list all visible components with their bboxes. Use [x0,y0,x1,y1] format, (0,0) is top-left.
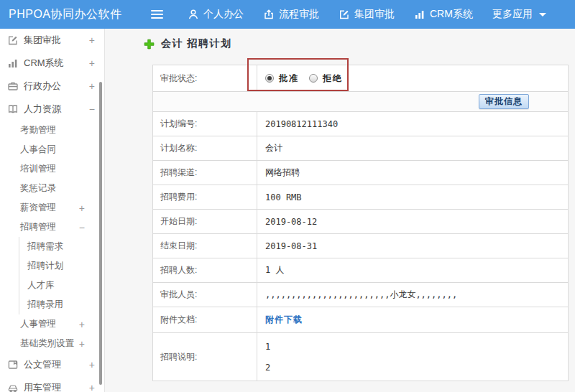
table-row-actions: 审批信息 [153,92,568,112]
expand-icon[interactable]: + [89,383,95,392]
table-row-start-date: 开始日期: 2019-08-12 [153,210,568,234]
sidebar: 集团审批 + CRM系统 + 行政办公 + 人力资源 − 考勤管理 人事合同 培… [0,29,105,392]
nav-label: CRM系统 [430,8,473,21]
app-logo[interactable]: PHPOA协同办公软件 [0,7,138,22]
table-row-cost: 招聘费用: 100 RMB [153,185,568,210]
topbar: PHPOA协同办公软件 个人办公 流程审批 集团审批 CRM系统 [0,0,575,29]
sidebar-item-rewards[interactable]: 奖惩记录 [0,179,104,198]
document-icon [7,359,19,370]
sidebar-item-hr-contract[interactable]: 人事合同 [0,140,104,159]
add-icon [144,39,155,50]
field-value: 1 人 [257,258,568,282]
radio-reject-label[interactable]: 拒绝 [323,73,343,85]
expand-icon[interactable]: + [79,319,85,330]
nav-label: 流程审批 [279,8,319,21]
expand-icon[interactable]: + [89,81,95,91]
car-icon [7,382,19,392]
expand-icon[interactable]: + [79,339,85,349]
attachment-download-link[interactable]: 附件下载 [265,314,303,326]
nav-crm-system[interactable]: CRM系统 [414,8,473,21]
field-label: 招聘人数: [153,258,257,282]
bar-chart-icon [7,57,19,69]
collapse-icon[interactable]: − [89,104,95,114]
sidebar-item-salary[interactable]: 薪资管理 + [0,198,104,218]
field-label: 计划编号: [153,112,257,136]
field-value: 网络招聘 [257,161,568,185]
caret-down-icon [539,13,546,17]
edit-icon [7,34,19,46]
briefcase-icon [7,80,19,92]
approval-info-button[interactable]: 审批信息 [479,94,529,109]
sidebar-item-recruit-hire[interactable]: 招聘录用 [19,295,104,314]
sidebar-item-recruit-demand[interactable]: 招聘需求 [19,237,104,256]
sidebar-item-document-mgmt[interactable]: 公文管理 + [0,353,104,376]
book-icon [7,103,19,115]
table-row-status: 审批状态: 批准 拒绝 [153,65,568,92]
collapse-icon[interactable]: − [79,223,85,233]
expand-icon[interactable]: + [89,360,95,370]
field-label: 招聘费用: [153,185,257,209]
sidebar-item-label: 用车管理 [24,381,61,392]
sidebar-item-base-category[interactable]: 基础类别设置 + [0,334,104,353]
nav-workflow-approval[interactable]: 流程审批 [263,8,319,21]
field-value: 2019-08-31 [257,234,568,258]
sidebar-item-label: 薪资管理 [20,202,56,214]
nav-personal-office[interactable]: 个人办公 [188,8,244,21]
field-label: 招聘说明: [153,333,257,381]
sidebar-item-label: 集团审批 [24,34,61,47]
bar-chart-icon [414,9,426,20]
sidebar-item-label: 招聘管理 [20,221,56,233]
sidebar-item-label: 招聘录用 [27,299,63,311]
sidebar-item-talent-pool[interactable]: 人才库 [19,276,104,295]
sidebar-item-label: 人力资源 [24,103,61,116]
field-label: 附件文档: [153,307,257,332]
expand-icon[interactable]: + [89,35,95,45]
field-value: 20190812111340 [257,112,568,136]
sidebar-item-human-resources[interactable]: 人力资源 − [0,98,104,121]
nav-group-approval[interactable]: 集团审批 [339,8,395,21]
sidebar-item-attendance[interactable]: 考勤管理 [0,121,104,140]
field-value: 2019-08-12 [257,210,568,233]
detail-table: 审批状态: 批准 拒绝 审批信息 计划编号: 20190812111340 [152,65,569,381]
sidebar-item-admin-office[interactable]: 行政办公 + [0,75,104,98]
sidebar-item-crm[interactable]: CRM系统 + [0,52,104,75]
table-row-approvers: 审批人员: ,,,,,,,,,,,,,,,,,,,,,,,,小龙女,,,,,,,… [153,283,568,307]
field-value: 会计 [257,136,568,160]
field-value: 1 2 [257,333,568,381]
sidebar-item-label: 公文管理 [24,358,61,371]
sidebar-subgroup-recruit: 招聘需求 招聘计划 人才库 招聘录用 [19,237,104,314]
approval-status-radios: 批准 拒绝 [265,73,353,85]
field-label: 审批人员: [153,283,257,307]
table-row-channel: 招聘渠道: 网络招聘 [153,161,568,185]
description-line: 2 [265,363,270,372]
menu-toggle-icon[interactable] [148,7,166,22]
radio-approve-label[interactable]: 批准 [279,73,299,85]
sidebar-item-label: 奖惩记录 [20,182,56,195]
expand-icon[interactable]: + [89,58,95,68]
table-row-headcount: 招聘人数: 1 人 [153,258,568,283]
sidebar-item-label: 基础类别设置 [20,337,74,350]
workflow-icon [263,9,275,20]
sidebar-item-vehicle-mgmt[interactable]: 用车管理 + [0,376,104,392]
description-line: 1 [265,342,270,351]
sidebar-item-recruit-plan[interactable]: 招聘计划 [19,256,104,276]
radio-reject[interactable] [309,74,318,83]
sidebar-item-group-approval[interactable]: 集团审批 + [0,29,104,52]
sidebar-item-training[interactable]: 培训管理 [0,159,104,179]
field-value: ,,,,,,,,,,,,,,,,,,,,,,,,小龙女,,,,,,,, [257,283,568,307]
expand-icon[interactable]: + [79,203,85,213]
sidebar-item-label: 考勤管理 [20,124,56,136]
nav-more-apps[interactable]: 更多应用 [492,8,546,21]
field-label: 结束日期: [153,234,257,258]
sidebar-item-personnel-mgmt[interactable]: 人事管理 + [0,314,104,334]
table-row-description: 招聘说明: 1 2 [153,333,568,381]
user-icon [188,9,199,20]
sidebar-item-label: 招聘需求 [27,241,63,253]
field-label: 计划名称: [153,136,257,160]
field-label: 开始日期: [153,210,257,233]
radio-approve[interactable] [265,74,274,83]
page-title-text: 会计 招聘计划 [161,37,231,50]
sidebar-scrollbar[interactable] [99,82,102,385]
sidebar-item-recruit-mgmt[interactable]: 招聘管理 − [0,218,104,237]
sidebar-item-label: 招聘计划 [27,260,63,272]
